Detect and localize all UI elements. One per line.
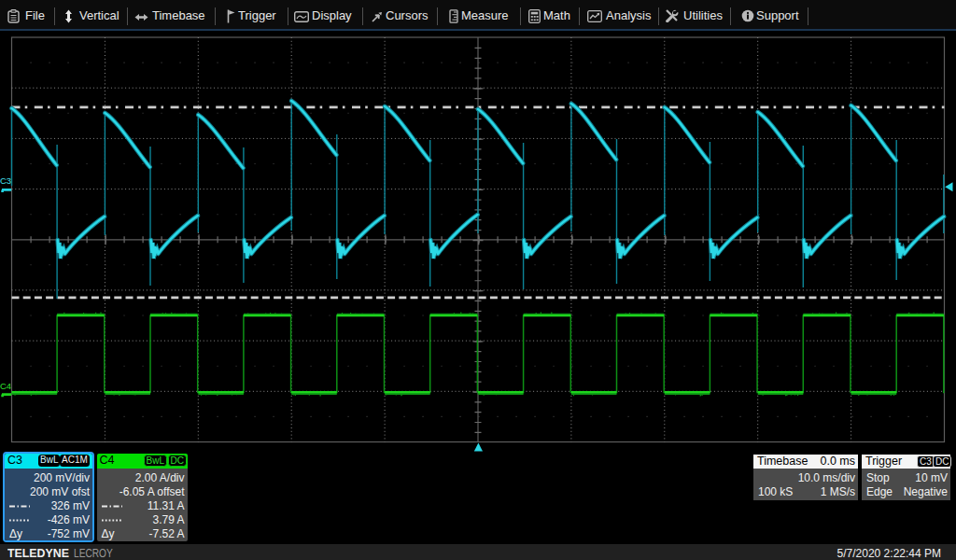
svg-text:C3: C3 xyxy=(0,175,11,186)
svg-text:C4: C4 xyxy=(0,381,11,391)
